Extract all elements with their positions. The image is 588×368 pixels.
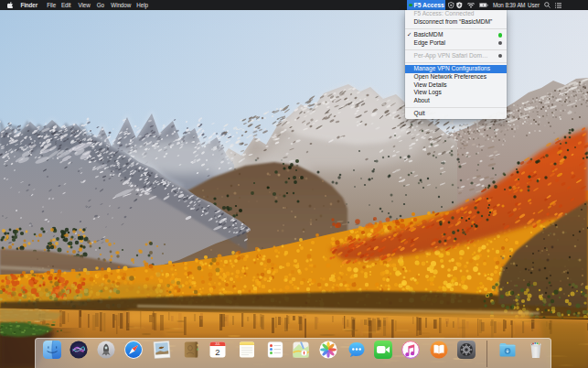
svg-text:2: 2 xyxy=(215,347,219,357)
svg-text:JUL: JUL xyxy=(215,342,220,346)
